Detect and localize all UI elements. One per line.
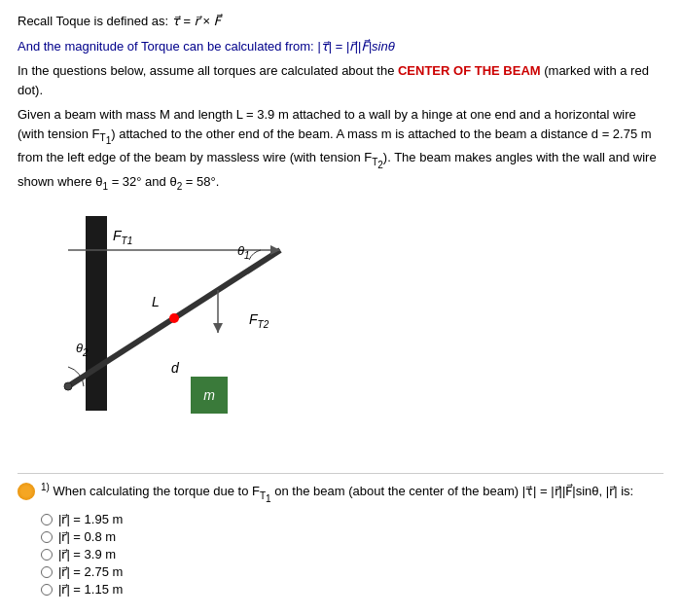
- radio-5[interactable]: [41, 584, 53, 596]
- diagram-svg: [47, 206, 339, 459]
- option-5-label: |r⃗| = 1.15 m: [58, 582, 123, 597]
- option-3-label: |r⃗| = 3.9 m: [58, 547, 116, 562]
- radio-1[interactable]: [41, 514, 53, 525]
- FT1-label: FT1: [113, 228, 132, 246]
- question-icon: [18, 483, 35, 500]
- option-2-label: |r⃗| = 0.8 m: [58, 529, 116, 544]
- svg-marker-5: [213, 323, 223, 333]
- radio-3[interactable]: [41, 549, 53, 561]
- recall-text: Recall Toque is defined as:: [18, 14, 172, 28]
- options-list: |r⃗| = 1.95 m |r⃗| = 0.8 m |r⃗| = 3.9 m …: [41, 512, 663, 597]
- magnitude-intro: And the magnitude of Torque can be calcu…: [18, 39, 317, 54]
- option-1[interactable]: |r⃗| = 1.95 m: [41, 512, 663, 526]
- svg-point-6: [64, 382, 72, 390]
- center-highlight: CENTER OF THE BEAM: [398, 63, 541, 78]
- intro-line3: In the questions below, assume all torqu…: [18, 61, 663, 99]
- option-2[interactable]: |r⃗| = 0.8 m: [41, 529, 663, 544]
- question-number: 1): [41, 482, 50, 492]
- L-label: L: [152, 294, 160, 309]
- option-5[interactable]: |r⃗| = 1.15 m: [41, 582, 663, 597]
- radio-2[interactable]: [41, 531, 53, 543]
- mass-label: m: [203, 387, 215, 403]
- question1-row: 1) When calculating the torque due to FT…: [18, 482, 663, 504]
- question-section: 1) When calculating the torque due to FT…: [18, 473, 663, 597]
- option-1-label: |r⃗| = 1.95 m: [58, 512, 123, 526]
- torque-definition-math: τ⃗ = r⃗ × F⃗: [172, 14, 221, 28]
- option-4[interactable]: |r⃗| = 2.75 m: [41, 564, 663, 579]
- mass-block: m: [191, 377, 228, 414]
- assume-text: In the questions below, assume all torqu…: [18, 63, 398, 78]
- theta1-label: θ1: [237, 243, 250, 261]
- radio-4[interactable]: [41, 566, 53, 578]
- theta2-label: θ2: [76, 341, 89, 358]
- option-3[interactable]: |r⃗| = 3.9 m: [41, 547, 663, 562]
- intro-line2: And the magnitude of Torque can be calcu…: [18, 37, 663, 56]
- and-text: and: [145, 174, 166, 189]
- d-label: d: [171, 360, 179, 376]
- svg-point-3: [169, 313, 179, 323]
- option-4-label: |r⃗| = 2.75 m: [58, 564, 123, 579]
- intro-line4: Given a beam with mass M and length L = …: [18, 105, 663, 193]
- FT2-label: FT2: [249, 311, 269, 330]
- intro-line1: Recall Toque is defined as: τ⃗ = r⃗ × F⃗: [18, 12, 663, 31]
- diagram: FT1 θ1 L θ2 d FT2 m: [47, 206, 377, 459]
- question1-text: 1) When calculating the torque due to FT…: [41, 482, 633, 504]
- magnitude-formula: |τ⃗| = |r⃗||F⃗|sinθ: [317, 39, 394, 54]
